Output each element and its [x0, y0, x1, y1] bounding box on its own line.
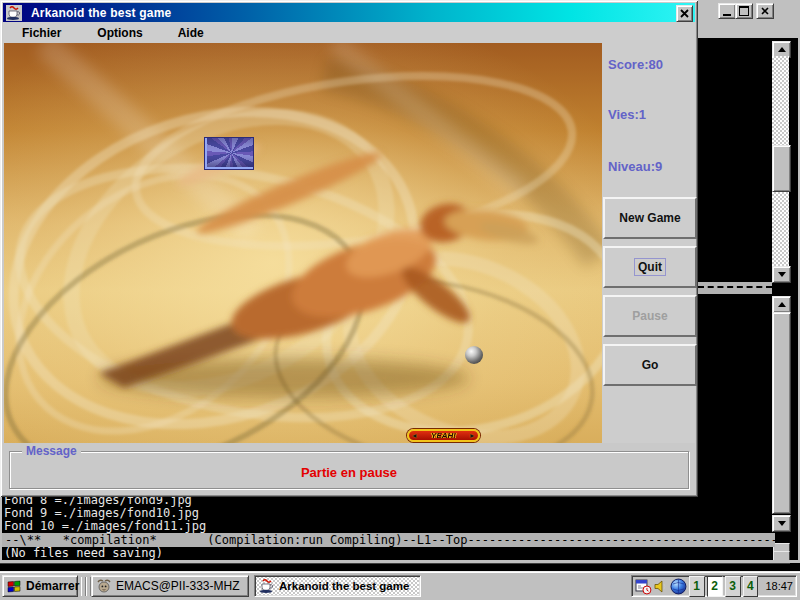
desktop-pager-1[interactable]: 1 [689, 576, 705, 597]
arkanoid-window: Arkanoid the best game Fichier Options A… [0, 0, 698, 497]
close-icon [761, 7, 769, 15]
paddle-right-arrow-icon: ► [469, 431, 476, 440]
score-label: Score:80 [608, 57, 663, 72]
maximize-icon [739, 6, 749, 16]
scrollbar-up-button[interactable] [772, 296, 791, 313]
arrow-up-icon [778, 47, 786, 52]
window-title: Arkanoid the best game [31, 6, 171, 20]
emacs-modeline: --\** *compilation* (Compilation:run Com… [2, 533, 775, 547]
arrow-up-icon [778, 302, 786, 307]
java-cup-icon [6, 5, 22, 21]
pause-message: Partie en pause [10, 465, 688, 480]
emacs-minimize-button[interactable] [718, 3, 736, 19]
buffer-line: Fond 10 =./images/fond11.jpg [4, 520, 206, 533]
task-label: EMACS@PII-333-MHZ [116, 579, 240, 593]
quit-label: Quit [635, 259, 665, 275]
task-label: Arkanoid the best game [279, 580, 409, 592]
system-tray: 1 2 3 4 18:47 [631, 575, 797, 597]
go-label: Go [642, 358, 659, 372]
windows-logo-icon [7, 580, 22, 593]
scrollbar-down-button[interactable] [772, 515, 791, 532]
scrollbar-down-button[interactable] [772, 266, 791, 283]
paddle[interactable]: ◄ YEAH! ► [407, 429, 480, 442]
game-canvas[interactable]: ◄ YEAH! ► [4, 43, 602, 443]
brick [204, 137, 254, 170]
menu-options[interactable]: Options [97, 26, 142, 40]
minimize-icon [723, 14, 731, 16]
window-close-button[interactable] [676, 5, 693, 22]
paddle-left-arrow-icon: ◄ [411, 431, 418, 440]
screen: Fond 8 =./images/fond9.jpg Fond 9 =./ima… [0, 0, 800, 600]
taskbar-task-arkanoid[interactable]: Arkanoid the best game [254, 575, 421, 597]
network-globe-icon [670, 578, 687, 595]
paddle-label: YEAH! [431, 431, 456, 440]
message-groupbox-title: Message [22, 444, 81, 458]
start-label: Démarrer [26, 579, 79, 593]
emacs-maximize-button[interactable] [735, 3, 753, 19]
scrollbar-thumb[interactable] [772, 145, 791, 192]
menu-fichier[interactable]: Fichier [22, 26, 61, 40]
lives-label: Vies:1 [608, 107, 646, 122]
background-artwork [4, 43, 602, 443]
arrow-down-icon [778, 272, 786, 277]
ball [465, 346, 483, 364]
pause-button[interactable]: Pause [603, 295, 697, 337]
emacs-frame-border [0, 560, 790, 564]
new-game-button[interactable]: New Game [603, 197, 697, 239]
go-button[interactable]: Go [603, 344, 697, 386]
taskbar: Démarrer EMACS@PII-333-MHZ Arkanoid the … [0, 571, 800, 600]
calendar-clock-icon [635, 578, 652, 595]
side-panel: Score:80 Vies:1 Niveau:9 New Game Quit P… [602, 43, 695, 443]
tray-clock: 18:47 [765, 580, 793, 592]
taskbar-task-emacs[interactable]: EMACS@PII-333-MHZ [91, 575, 249, 597]
emacs-modeline-fragment [698, 282, 772, 294]
gnu-icon [96, 578, 112, 594]
message-groupbox: Message Partie en pause [9, 451, 689, 489]
emacs-echo-area: (No files need saving) [4, 547, 163, 560]
new-game-label: New Game [619, 211, 680, 225]
arrow-down-icon [778, 521, 786, 526]
pause-label: Pause [632, 309, 667, 323]
menu-aide[interactable]: Aide [178, 26, 204, 40]
message-panel: Message Partie en pause [3, 443, 695, 494]
scrollbar-thumb[interactable] [772, 312, 791, 514]
desktop-pager-3[interactable]: 3 [725, 576, 741, 597]
java-cup-icon [259, 578, 275, 594]
titlebar[interactable]: Arkanoid the best game [3, 3, 695, 22]
menubar: Fichier Options Aide [3, 22, 695, 43]
close-icon [680, 9, 689, 18]
emacs-close-button[interactable] [756, 3, 774, 19]
quit-button[interactable]: Quit [603, 246, 697, 288]
desktop-pager-4[interactable]: 4 [743, 576, 759, 597]
start-button[interactable]: Démarrer [2, 575, 78, 597]
speaker-icon [654, 580, 668, 593]
desktop-pager-2[interactable]: 2 [707, 576, 723, 597]
level-label: Niveau:9 [608, 159, 662, 174]
